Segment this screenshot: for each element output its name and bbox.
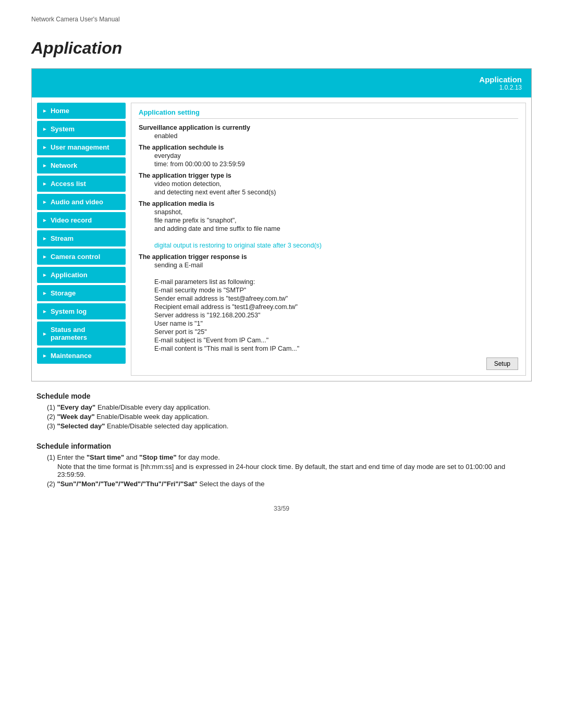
info-row xyxy=(139,233,518,241)
schedule-mode-section: Schedule mode (1) "Every day" Enable/Dis… xyxy=(31,381,532,437)
bullet-icon: ► xyxy=(42,126,47,132)
page-title: Application xyxy=(31,39,532,58)
sidebar-item-system[interactable]: ►System xyxy=(37,121,126,137)
info-row: The application trigger response is xyxy=(139,253,518,261)
bullet-icon: ► xyxy=(42,236,47,241)
sidebar-label: Status and parameters xyxy=(51,326,120,341)
schedule-mode-heading: Schedule mode xyxy=(36,392,527,400)
setup-btn-row: Setup xyxy=(139,357,518,370)
info-row: Recipient email address is "test1@afreey… xyxy=(139,303,518,311)
bullet-icon: ► xyxy=(42,163,47,168)
schedule-mode-item: (3) "Selected day" Enable/Disable select… xyxy=(36,422,527,430)
bullet-icon: ► xyxy=(42,181,47,187)
bullet-icon: ► xyxy=(42,353,47,359)
sidebar-item-maintenance[interactable]: ►Maintenance xyxy=(37,348,126,364)
sidebar-label: Storage xyxy=(51,289,76,297)
info-row: video motion detection, xyxy=(139,180,518,188)
schedule-mode-item: (1) "Every day" Enable/Disable every day… xyxy=(36,403,527,411)
info-row: everyday xyxy=(139,152,518,159)
info-row: User name is "1" xyxy=(139,320,518,327)
schedule-info-item: (2) "Sun"/"Mon"/"Tue"/"Wed"/"Thu"/"Fri"/… xyxy=(36,480,527,488)
schedule-info-label2: "Stop time" xyxy=(139,453,177,461)
sidebar-item-status-and-parameters[interactable]: ►Status and parameters xyxy=(37,322,126,346)
info-rows-container: Surveillance application is currentlyena… xyxy=(139,124,518,352)
schedule-info-note: Note that the time format is [hh:mm:ss] … xyxy=(36,463,527,478)
info-row: Sender email address is "test@afreey.com… xyxy=(139,295,518,302)
bullet-icon: ► xyxy=(42,272,47,278)
sidebar-label: User management xyxy=(51,143,109,151)
bullet-icon: ► xyxy=(42,290,47,296)
info-row: Surveillance application is currently xyxy=(139,124,518,131)
info-row: enabled xyxy=(139,132,518,140)
schedule-info-label1: "Sun"/"Mon"/"Tue"/"Wed"/"Thu"/"Fri"/"Sat… xyxy=(57,480,198,488)
info-row: E-mail content is "This mail is sent fro… xyxy=(139,345,518,352)
main-panel: Application setting Surveillance applica… xyxy=(131,103,526,376)
info-row: The application media is xyxy=(139,200,518,207)
sidebar-label: Stream xyxy=(51,235,74,242)
sidebar-label: Camera control xyxy=(51,253,100,261)
info-row: The application sechdule is xyxy=(139,144,518,151)
sidebar-item-user-management[interactable]: ►User management xyxy=(37,139,126,155)
sidebar-item-network[interactable]: ►Network xyxy=(37,157,126,174)
main-container: Application 1.0.2.13 ►Home►System►User m… xyxy=(31,68,532,381)
info-row: time: from 00:00:00 to 23:59:59 xyxy=(139,161,518,168)
section-title: Application setting xyxy=(139,108,518,119)
sidebar-label: Maintenance xyxy=(51,352,92,360)
sidebar-item-home[interactable]: ►Home xyxy=(37,103,126,119)
sidebar-label: Home xyxy=(51,107,69,115)
sidebar: ►Home►System►User management►Network►Acc… xyxy=(37,103,126,376)
info-row: digital output is restoring to original … xyxy=(139,242,518,249)
sidebar-label: Application xyxy=(51,271,88,279)
info-row: The application trigger type is xyxy=(139,172,518,179)
sidebar-item-video-record[interactable]: ►Video record xyxy=(37,212,126,228)
info-row: sending a E-mail xyxy=(139,262,518,269)
schedule-info-label1: "Start time" xyxy=(87,453,124,461)
app-name-label: Application xyxy=(479,75,522,84)
schedule-info-items: (1) Enter the "Start time" and "Stop tim… xyxy=(36,453,527,488)
info-row: and detecting next event after 5 second(… xyxy=(139,189,518,196)
sidebar-item-application[interactable]: ►Application xyxy=(37,267,126,283)
bullet-icon: ► xyxy=(42,331,47,337)
schedule-mode-item: (2) "Week day" Enable/Disable week day a… xyxy=(36,413,527,421)
top-bar: Application 1.0.2.13 xyxy=(32,69,531,97)
sidebar-item-access-list[interactable]: ►Access list xyxy=(37,176,126,192)
info-row: file name prefix is "snaphot", xyxy=(139,217,518,224)
top-bar-title: Application 1.0.2.13 xyxy=(479,75,522,91)
bullet-icon: ► xyxy=(42,309,47,314)
bullet-icon: ► xyxy=(42,144,47,150)
info-row: Server address is "192.168.200.253" xyxy=(139,312,518,319)
schedule-mode-label: "Week day" xyxy=(57,413,95,421)
info-row: E-mail security mode is "SMTP" xyxy=(139,287,518,294)
bullet-icon: ► xyxy=(42,199,47,205)
sidebar-item-camera-control[interactable]: ►Camera control xyxy=(37,249,126,265)
sidebar-item-stream[interactable]: ►Stream xyxy=(37,230,126,246)
sidebar-label: Audio and video xyxy=(51,198,103,206)
doc-header: Network Camera User's Manual xyxy=(31,16,532,23)
sidebar-item-audio-and-video[interactable]: ►Audio and video xyxy=(37,194,126,210)
info-row: Server port is "25" xyxy=(139,328,518,336)
info-row: snapshot, xyxy=(139,208,518,216)
schedule-mode-items: (1) "Every day" Enable/Disable every day… xyxy=(36,403,527,430)
info-row: E-mail parameters list as following: xyxy=(139,278,518,286)
schedule-info-heading: Schedule information xyxy=(36,442,527,450)
schedule-info-item: (1) Enter the "Start time" and "Stop tim… xyxy=(36,453,527,461)
sidebar-label: System log xyxy=(51,307,87,315)
page-footer: 33/59 xyxy=(31,505,532,512)
info-row: E-mail subject is "Event from IP Cam..." xyxy=(139,337,518,344)
content-area: ►Home►System►User management►Network►Acc… xyxy=(32,97,531,381)
schedule-mode-label: "Selected day" xyxy=(57,422,105,430)
bullet-icon: ► xyxy=(42,254,47,260)
app-version-label: 1.0.2.13 xyxy=(479,84,522,91)
sidebar-label: Network xyxy=(51,162,77,169)
info-row: and adding date and time suffix to file … xyxy=(139,225,518,232)
schedule-mode-label: "Every day" xyxy=(57,403,96,411)
bullet-icon: ► xyxy=(42,217,47,223)
sidebar-label: System xyxy=(51,125,75,133)
sidebar-item-system-log[interactable]: ►System log xyxy=(37,303,126,319)
sidebar-label: Video record xyxy=(51,216,92,224)
setup-button[interactable]: Setup xyxy=(486,357,518,370)
schedule-info-section: Schedule information (1) Enter the "Star… xyxy=(31,437,532,495)
sidebar-item-storage[interactable]: ►Storage xyxy=(37,285,126,301)
sidebar-label: Access list xyxy=(51,180,86,188)
info-row xyxy=(139,270,518,277)
